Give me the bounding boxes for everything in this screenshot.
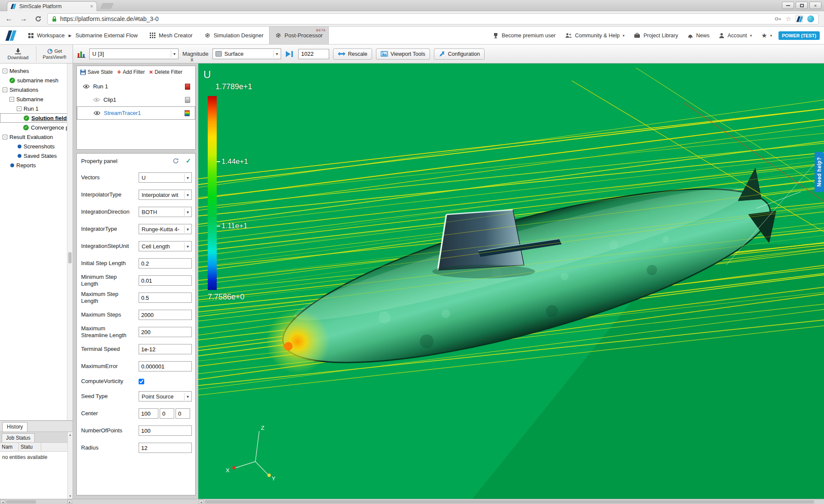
collapse-icon[interactable]: - bbox=[3, 69, 7, 73]
initial-step-length-input[interactable] bbox=[139, 258, 192, 269]
column-header-status[interactable]: Statu bbox=[19, 443, 41, 451]
url-text[interactable]: https://platform.simscale.de/#tab_3-0 bbox=[60, 15, 771, 22]
reset-icon[interactable] bbox=[173, 158, 179, 164]
simscale-extension-icon[interactable] bbox=[796, 15, 803, 22]
viewport-tools-button[interactable]: Viewport Tools bbox=[376, 48, 430, 60]
pipeline-item-label[interactable]: StreamTracer1 bbox=[104, 110, 141, 116]
key-icon[interactable] bbox=[775, 16, 782, 22]
integration-step-unit-select[interactable]: Cell Length▾ bbox=[139, 241, 192, 251]
tree-item-submarine-mesh[interactable]: ✓submarine mesh bbox=[0, 75, 73, 85]
save-state-button[interactable]: Save State bbox=[80, 69, 113, 75]
scroll-left-icon[interactable]: ◂ bbox=[0, 500, 5, 504]
project-library-button[interactable]: Project Library bbox=[629, 27, 683, 44]
interpolator-type-select[interactable]: Interpolator wit▾ bbox=[139, 190, 192, 200]
tree-item-simulations[interactable]: -Simulations bbox=[0, 85, 73, 94]
pipeline-item-label[interactable]: Run 1 bbox=[93, 83, 108, 90]
url-field[interactable]: https://platform.simscale.de/#tab_3-0 ☆ bbox=[47, 13, 819, 24]
tree-item-label[interactable]: Convergence plo bbox=[31, 124, 73, 131]
column-header-name[interactable]: Nam bbox=[0, 443, 19, 451]
render-viewport[interactable]: X Y Z U 1.7789e+1 1.44e+1 1.11e+1 7.7586… bbox=[198, 63, 824, 499]
terminal-speed-input[interactable] bbox=[139, 344, 192, 354]
tree-scrollbar[interactable] bbox=[67, 63, 73, 420]
get-paraview-button[interactable]: Get ParaView® bbox=[36, 45, 73, 63]
radius-input[interactable] bbox=[139, 443, 192, 453]
scroll-right-icon[interactable]: ▸ bbox=[67, 500, 72, 504]
pipeline-item-streamtracer1[interactable]: StreamTracer1 bbox=[77, 106, 195, 120]
browser-tab[interactable]: SimScale Platform × bbox=[7, 1, 97, 11]
visibility-eye-icon[interactable] bbox=[93, 97, 100, 102]
community-help-menu[interactable]: Community & Help ▾ bbox=[560, 27, 630, 44]
frame-number-input[interactable] bbox=[298, 49, 329, 59]
tab-simulation-designer[interactable]: Simulation Designer bbox=[198, 27, 269, 44]
vectors-select[interactable]: U▾ bbox=[139, 172, 192, 183]
scroll-down-icon[interactable]: ▾ bbox=[69, 494, 71, 498]
number-of-points-input[interactable] bbox=[139, 426, 192, 436]
pipeline-item-clip1[interactable]: Clip1 bbox=[77, 93, 195, 106]
scrollbar-thumb[interactable] bbox=[68, 252, 72, 263]
tree-item-saved-states[interactable]: Saved States bbox=[0, 151, 73, 160]
collapse-icon[interactable]: - bbox=[17, 106, 21, 111]
center-x-input[interactable] bbox=[139, 408, 158, 419]
tree-item-label[interactable]: Meshes bbox=[9, 68, 29, 74]
tree-item-reports[interactable]: Reports bbox=[0, 160, 73, 170]
tree-item-label[interactable]: Submarine bbox=[16, 96, 43, 103]
tree-item-label[interactable]: Run 1 bbox=[24, 106, 39, 112]
seed-type-select[interactable]: Point Source▾ bbox=[139, 391, 192, 401]
pipeline-item-run-1[interactable]: Run 1 bbox=[77, 80, 195, 93]
tree-item-meshes[interactable]: -Meshes bbox=[0, 66, 73, 75]
favorites-menu[interactable]: ★ ▾ bbox=[757, 27, 777, 44]
close-panel-button[interactable]: x bbox=[191, 56, 194, 63]
color-by-icon[interactable] bbox=[77, 50, 85, 58]
account-menu[interactable]: Account ▾ bbox=[714, 27, 757, 44]
visibility-eye-icon[interactable] bbox=[83, 84, 90, 89]
tree-item-solution-fields[interactable]: ✓Solution fields bbox=[0, 113, 73, 123]
window-close-button[interactable]: × bbox=[809, 2, 821, 9]
forward-button[interactable]: → bbox=[18, 13, 29, 24]
reload-button[interactable] bbox=[33, 13, 44, 24]
collapse-icon[interactable]: - bbox=[3, 88, 7, 92]
tree-item-label[interactable]: submarine mesh bbox=[17, 77, 58, 84]
history-scrollbar[interactable]: ▴ ▾ bbox=[67, 432, 73, 499]
tree-item-label[interactable]: Screenshots bbox=[24, 143, 55, 150]
configuration-button[interactable]: Configuration bbox=[434, 48, 485, 60]
minimum-step-length-input[interactable] bbox=[139, 275, 192, 286]
tab-close-icon[interactable]: × bbox=[90, 3, 93, 9]
tree-item-label[interactable]: Solution fields bbox=[31, 115, 70, 121]
tree-item-label[interactable]: Reports bbox=[16, 162, 36, 169]
maximum-error-input[interactable] bbox=[139, 361, 192, 371]
pipeline-item-label[interactable]: Clip1 bbox=[103, 97, 116, 103]
tree-item-label[interactable]: Saved States bbox=[24, 153, 57, 159]
tree-item-label[interactable]: Result Evaluation bbox=[9, 134, 53, 140]
add-filter-button[interactable]: + Add Filter bbox=[117, 69, 145, 75]
integration-direction-select[interactable]: BOTH▾ bbox=[139, 207, 192, 217]
become-premium-button[interactable]: Become premium user bbox=[488, 27, 560, 44]
tree-item-screenshots[interactable]: Screenshots bbox=[0, 142, 73, 151]
scroll-left-icon[interactable]: ◂ bbox=[199, 500, 203, 504]
tab-history[interactable]: History bbox=[2, 422, 27, 432]
center-y-input[interactable] bbox=[160, 408, 174, 419]
collapse-icon[interactable]: - bbox=[9, 97, 14, 102]
need-help-tab[interactable]: Need help? bbox=[815, 152, 824, 192]
rescale-button[interactable]: Rescale bbox=[333, 48, 372, 60]
tree-item-result-evaluation[interactable]: -Result Evaluation bbox=[0, 132, 73, 142]
extension-circle-icon[interactable] bbox=[807, 15, 814, 22]
back-button[interactable]: ← bbox=[3, 13, 15, 24]
tree-item-run-1[interactable]: -Run 1 bbox=[0, 104, 73, 113]
tree-item-label[interactable]: Simulations bbox=[9, 87, 38, 93]
compute-vorticity-checkbox[interactable] bbox=[139, 379, 144, 384]
window-minimize-button[interactable] bbox=[782, 2, 794, 9]
scroll-up-icon[interactable]: ▴ bbox=[69, 433, 71, 437]
collapse-icon[interactable]: - bbox=[3, 135, 7, 139]
scrollbar-thumb[interactable] bbox=[6, 500, 36, 504]
tree-item-submarine[interactable]: -Submarine bbox=[0, 94, 73, 104]
window-maximize-button[interactable] bbox=[796, 2, 808, 9]
maximum-step-length-input[interactable] bbox=[139, 293, 192, 303]
bookmark-star-icon[interactable]: ☆ bbox=[786, 15, 791, 23]
apply-icon[interactable]: ✓ bbox=[185, 157, 191, 165]
representation-select[interactable]: Surface ▾ bbox=[212, 48, 281, 59]
tab-job-status[interactable]: Job Status bbox=[2, 433, 35, 442]
workspace-link[interactable]: Workspace bbox=[37, 32, 65, 39]
news-button[interactable]: News bbox=[683, 27, 714, 44]
visibility-eye-icon[interactable] bbox=[94, 111, 100, 115]
tree-item-convergence-plo[interactable]: ✓Convergence plo bbox=[0, 123, 73, 132]
